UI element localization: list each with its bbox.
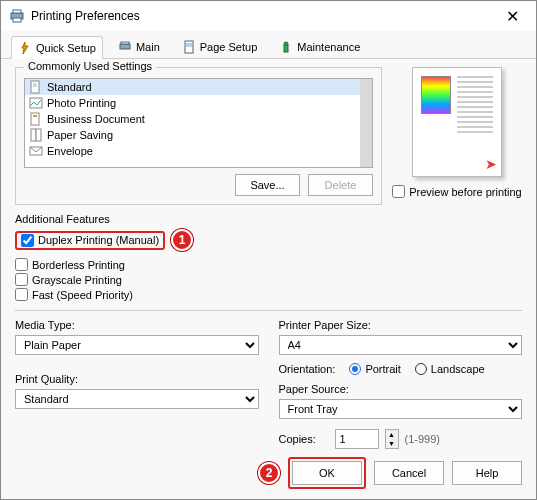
tab-page-setup-label: Page Setup (200, 41, 258, 53)
svg-rect-10 (31, 81, 39, 93)
additional-features-legend: Additional Features (15, 213, 522, 225)
panel: Commonly Used Settings Standard Photo Pr… (1, 59, 536, 451)
copies-label: Copies: (279, 433, 329, 445)
commonly-used-settings-group: Commonly Used Settings Standard Photo Pr… (15, 67, 382, 205)
orientation-portrait-radio[interactable]: Portrait (349, 363, 400, 375)
grayscale-printing-label: Grayscale Printing (32, 274, 122, 286)
dialog-buttons: 2 OK Cancel Help (1, 451, 536, 499)
commonly-used-legend: Commonly Used Settings (24, 60, 156, 72)
titlebar: Printing Preferences ✕ (1, 1, 536, 31)
copies-range: (1-999) (405, 433, 440, 445)
ok-button[interactable]: OK (292, 461, 362, 485)
radio-dot-on-icon (349, 363, 361, 375)
business-doc-icon (29, 112, 43, 126)
paper-saving-icon (29, 128, 43, 142)
orientation-label: Orientation: (279, 363, 336, 375)
tabs-bar: Quick Setup Main Page Setup Maintenance (1, 31, 536, 59)
preview-checkbox-label: Preview before printing (409, 186, 522, 198)
list-item-paper-saving[interactable]: Paper Saving (25, 127, 372, 143)
tab-maintenance[interactable]: Maintenance (272, 35, 367, 58)
preview-text-lines (457, 76, 493, 136)
media-type-label: Media Type: (15, 319, 259, 331)
print-quality-select[interactable]: Standard (15, 389, 259, 409)
landscape-label: Landscape (431, 363, 485, 375)
preview-column: ➤ Preview before printing (392, 67, 522, 213)
paper-source-select[interactable]: Front Tray (279, 399, 523, 419)
svg-rect-5 (185, 41, 193, 53)
fast-printing-label: Fast (Speed Priority) (32, 289, 133, 301)
orientation-landscape-radio[interactable]: Landscape (415, 363, 485, 375)
svg-rect-14 (31, 113, 39, 125)
close-button[interactable]: ✕ (496, 2, 528, 30)
copies-input[interactable] (335, 429, 379, 449)
fast-printing-row[interactable]: Fast (Speed Priority) (15, 287, 522, 302)
svg-rect-2 (13, 18, 21, 22)
tab-main[interactable]: Main (111, 35, 167, 58)
maintenance-icon (279, 40, 293, 54)
duplex-printing-checkbox[interactable] (21, 234, 34, 247)
duplex-printing-row[interactable]: Duplex Printing (Manual) (15, 231, 165, 250)
list-item-envelope[interactable]: Envelope (25, 143, 372, 159)
document-icon (29, 80, 43, 94)
svg-rect-15 (33, 115, 37, 117)
tab-quick-setup[interactable]: Quick Setup (11, 36, 103, 59)
envelope-icon (29, 144, 43, 158)
preview-checkbox-input[interactable] (392, 185, 405, 198)
list-item-label: Paper Saving (47, 129, 113, 141)
cancel-button[interactable]: Cancel (374, 461, 444, 485)
delete-button[interactable]: Delete (308, 174, 373, 196)
print-quality-label: Print Quality: (15, 373, 259, 385)
spinner-up-icon[interactable]: ▲ (386, 430, 398, 439)
divider (15, 310, 522, 311)
duplex-printing-label: Duplex Printing (Manual) (38, 234, 159, 246)
paper-source-label: Paper Source: (279, 383, 523, 395)
preview-rainbow-icon (421, 76, 451, 114)
callout-badge-1: 1 (171, 229, 193, 251)
svg-rect-13 (30, 98, 42, 108)
tab-page-setup[interactable]: Page Setup (175, 35, 265, 58)
borderless-printing-checkbox[interactable] (15, 258, 28, 271)
list-item-business[interactable]: Business Document (25, 111, 372, 127)
preview-arrow-icon: ➤ (485, 156, 497, 172)
listbox-scrollbar[interactable] (360, 79, 372, 167)
grayscale-printing-checkbox[interactable] (15, 273, 28, 286)
svg-rect-4 (121, 42, 129, 44)
save-button[interactable]: Save... (235, 174, 300, 196)
fast-printing-checkbox[interactable] (15, 288, 28, 301)
close-icon: ✕ (506, 7, 519, 26)
tab-main-label: Main (136, 41, 160, 53)
photo-icon (29, 96, 43, 110)
radio-dot-off-icon (415, 363, 427, 375)
list-item-label: Photo Printing (47, 97, 116, 109)
copies-spinner[interactable]: ▲ ▼ (385, 429, 399, 449)
grayscale-printing-row[interactable]: Grayscale Printing (15, 272, 522, 287)
spinner-down-icon[interactable]: ▼ (386, 439, 398, 448)
svg-rect-3 (120, 44, 130, 49)
paper-size-select[interactable]: A4 (279, 335, 523, 355)
borderless-printing-row[interactable]: Borderless Printing (15, 257, 522, 272)
paper-size-label: Printer Paper Size: (279, 319, 523, 331)
list-item-standard[interactable]: Standard (25, 79, 372, 95)
ok-highlight: OK (288, 457, 366, 489)
preview-before-printing-checkbox[interactable]: Preview before printing (392, 185, 522, 198)
printer-small-icon (118, 40, 132, 54)
lightning-icon (18, 41, 32, 55)
callout-badge-2: 2 (258, 462, 280, 484)
svg-rect-9 (284, 45, 288, 52)
list-item-label: Business Document (47, 113, 145, 125)
list-item-label: Standard (47, 81, 92, 93)
help-button[interactable]: Help (452, 461, 522, 485)
media-type-select[interactable]: Plain Paper (15, 335, 259, 355)
tab-quick-setup-label: Quick Setup (36, 42, 96, 54)
window-title: Printing Preferences (31, 9, 496, 23)
list-item-label: Envelope (47, 145, 93, 157)
svg-rect-17 (36, 129, 41, 141)
printer-icon (9, 8, 25, 24)
settings-listbox[interactable]: Standard Photo Printing Business Documen… (24, 78, 373, 168)
svg-rect-1 (13, 10, 21, 13)
portrait-label: Portrait (365, 363, 400, 375)
list-item-photo[interactable]: Photo Printing (25, 95, 372, 111)
borderless-printing-label: Borderless Printing (32, 259, 125, 271)
page-setup-icon (182, 40, 196, 54)
tab-maintenance-label: Maintenance (297, 41, 360, 53)
